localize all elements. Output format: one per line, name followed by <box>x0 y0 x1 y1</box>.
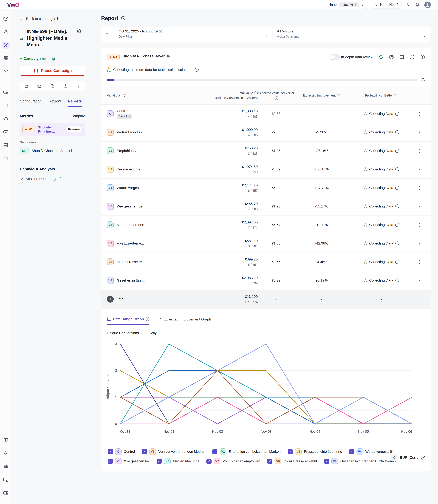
row-menu-button[interactable]: ⋮ <box>417 111 422 116</box>
help-icon[interactable]: ? <box>146 317 149 321</box>
checkbox-checked-icon[interactable]: ✓ <box>324 459 329 464</box>
sidebar-tab[interactable]: Configuration <box>20 99 42 107</box>
legend-item[interactable]: ✓ V3 Presseberichte über inne <box>288 448 342 455</box>
row-menu-button[interactable]: ⋮ <box>417 223 422 227</box>
checkbox-checked-icon[interactable]: ✓ <box>212 449 217 454</box>
legend-item[interactable]: ✓ V2 Empfohlen von bekannten Marken <box>212 448 281 455</box>
row-menu-button[interactable]: ⋮ <box>417 167 422 172</box>
in-depth-toggle[interactable] <box>329 54 340 60</box>
row-menu-button[interactable]: ⋮ <box>417 185 422 190</box>
checkbox-checked-icon[interactable]: ✓ <box>108 449 113 454</box>
row-menu-button[interactable]: ⋮ <box>417 148 422 153</box>
nav-plan[interactable] <box>2 155 10 162</box>
info-icon[interactable]: i <box>395 204 399 208</box>
compare-link[interactable]: Compare <box>71 114 85 118</box>
nav-settings-sliders[interactable] <box>2 463 10 470</box>
row-menu-button[interactable]: ⋮ <box>417 130 422 135</box>
history-button[interactable] <box>59 81 72 91</box>
pause-campaign-button[interactable]: ❚❚ Pause Campaign <box>20 66 85 76</box>
nav-personalize[interactable] <box>2 89 10 96</box>
session-recordings-link[interactable]: Session Recordings <box>20 177 85 181</box>
nav-layout[interactable] <box>2 55 10 62</box>
checkbox-checked-icon[interactable]: ✓ <box>288 449 293 454</box>
help-icon[interactable]: ? <box>254 91 258 95</box>
gear-icon[interactable] <box>420 55 425 60</box>
legend-item[interactable]: ✓ V7 Von Experten empfohlen <box>207 458 260 464</box>
nav-ab-testing[interactable]: AB <box>2 42 10 49</box>
activity-icon[interactable] <box>406 2 411 7</box>
help-icon[interactable]: ? <box>275 96 278 100</box>
refresh-icon[interactable] <box>410 55 415 60</box>
user-avatar[interactable] <box>424 1 431 8</box>
health-heart-icon[interactable] <box>379 55 384 60</box>
info-icon[interactable]: i <box>395 186 399 190</box>
play-circle-icon[interactable] <box>121 16 126 21</box>
checkbox-checked-icon[interactable]: ✓ <box>108 459 113 464</box>
info-icon[interactable]: i <box>195 68 199 72</box>
nav-deploy[interactable] <box>2 102 10 109</box>
bell-milestone-icon[interactable] <box>421 78 425 82</box>
row-menu-button[interactable]: ⋮ <box>417 241 422 246</box>
legend-item[interactable]: ✓ V1 Vertraut von führenden Medien <box>142 448 205 455</box>
duplicate-button[interactable] <box>46 81 59 91</box>
more-actions-button[interactable]: ⋮ <box>72 81 85 91</box>
filter-icon[interactable] <box>123 94 126 97</box>
nav-collapse[interactable] <box>2 489 10 496</box>
email-button[interactable] <box>33 81 46 91</box>
primary-metric-item[interactable]: ☆M1 Shopify Purchas... Primary <box>20 123 85 136</box>
info-icon[interactable]: i <box>395 130 399 134</box>
legend-item[interactable]: ✓ V5 Wie gesehen bei <box>108 458 150 464</box>
tab-expected-improvement-graph[interactable]: Expected Improvement Graph <box>158 317 211 325</box>
bell-icon[interactable] <box>415 2 420 7</box>
legend-item[interactable]: ✓ V4 Wurde vorgestellt in <box>349 448 395 455</box>
granularity-dropdown[interactable]: Daily⌄ <box>149 331 161 335</box>
legend-item[interactable]: ✓ V6 Medien über inne <box>157 458 199 464</box>
nav-split[interactable] <box>2 68 10 75</box>
date-filter[interactable]: Oct 31, 2025 - Nov 06, 2025 Date Filter … <box>114 27 272 42</box>
checkbox-checked-icon[interactable]: ✓ <box>142 449 147 454</box>
info-icon[interactable]: i <box>395 260 399 264</box>
legend-item[interactable]: ✓ V9 Gesehen in führenden Publikationen <box>324 458 396 464</box>
row-menu-button[interactable]: ⋮ <box>417 278 422 283</box>
back-to-campaigns[interactable]: Back to campaigns list <box>20 17 85 21</box>
row-menu-button[interactable]: ⋮ <box>417 204 422 209</box>
checkbox-checked-icon[interactable]: ✓ <box>157 459 162 464</box>
info-icon[interactable]: i <box>395 279 399 282</box>
book-icon[interactable] <box>399 55 405 60</box>
nav-changelog[interactable] <box>2 476 10 483</box>
edit-pencil-icon[interactable] <box>77 29 81 33</box>
sidebar-tab[interactable]: Reports <box>68 99 82 107</box>
info-icon[interactable]: i <box>395 241 399 245</box>
account-selector[interactable]: Inne #996036 ⌄ <box>327 1 367 9</box>
info-icon[interactable]: i <box>395 223 399 227</box>
info-icon[interactable]: i <box>395 149 399 153</box>
archive-button[interactable] <box>20 81 33 91</box>
legend-item[interactable]: ✓ V8 In der Presse erwähnt <box>267 458 317 464</box>
nav-quick-actions[interactable] <box>2 450 10 457</box>
help-icon[interactable]: ? <box>337 94 340 97</box>
nav-recordings[interactable] <box>2 128 10 135</box>
info-icon[interactable]: i <box>395 112 399 116</box>
nav-dashboard[interactable] <box>2 15 10 22</box>
chevron-down-icon[interactable]: ⌄ <box>361 4 364 5</box>
checkbox-checked-icon[interactable]: ✓ <box>349 449 354 454</box>
nav-lab[interactable] <box>2 28 10 35</box>
legend-item[interactable]: ✓ C Control <box>108 448 135 455</box>
tab-date-range-graph[interactable]: Date Range Graph ? <box>107 317 149 325</box>
secondary-metric-item[interactable]: M2 Shopify Checkout Started <box>20 148 85 154</box>
checkbox-checked-icon[interactable]: ✓ <box>267 459 272 464</box>
visitor-segments-filter[interactable]: All Visitors Visitor Segments ⌄ <box>272 27 431 42</box>
sidebar-tab[interactable]: Review <box>49 99 61 107</box>
nav-data[interactable] <box>2 142 10 149</box>
info-icon[interactable]: i <box>395 168 399 171</box>
metric-dropdown[interactable]: Unique Conversions⌄ <box>107 331 143 335</box>
checkbox-checked-icon[interactable]: ✓ <box>207 459 211 464</box>
copy-icon[interactable] <box>354 3 357 6</box>
pie-chart-icon[interactable] <box>389 55 394 60</box>
metric-name[interactable]: Shopify Purchase Revenue <box>122 54 170 60</box>
need-help-button[interactable]: Need Help? <box>372 1 402 9</box>
row-menu-button[interactable]: ⋮ <box>417 259 422 264</box>
nav-tutorials[interactable] <box>2 437 10 444</box>
col-variations[interactable]: Variations <box>107 93 194 98</box>
nav-heatmap[interactable] <box>2 115 10 122</box>
